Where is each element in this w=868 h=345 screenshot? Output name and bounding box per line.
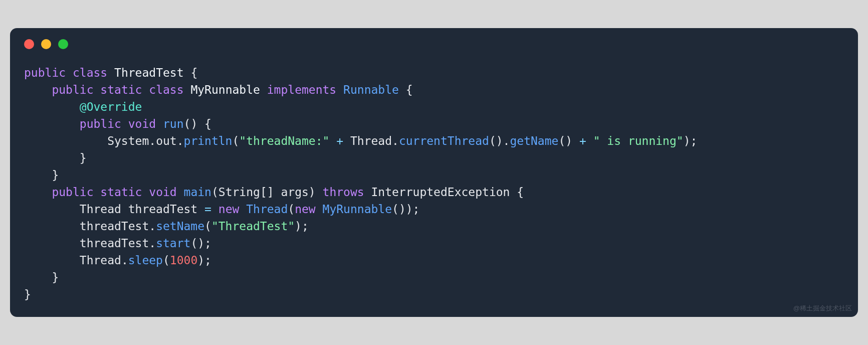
code-token: public bbox=[80, 117, 121, 130]
code-token bbox=[93, 186, 100, 199]
code-token bbox=[24, 220, 80, 233]
code-token: public bbox=[52, 83, 93, 96]
code-token: ); bbox=[295, 220, 309, 233]
code-token: new bbox=[295, 203, 316, 216]
code-token: run bbox=[163, 117, 184, 130]
code-token: out bbox=[156, 134, 177, 147]
code-token: class bbox=[149, 83, 183, 96]
code-window: public class ThreadTest { public static … bbox=[10, 28, 858, 317]
code-token: Thread bbox=[246, 203, 288, 216]
code-token: throws bbox=[323, 186, 364, 199]
code-token: ThreadTest bbox=[114, 66, 183, 79]
code-token bbox=[336, 83, 343, 96]
code-token: System bbox=[107, 134, 149, 147]
code-token: new bbox=[219, 203, 240, 216]
code-token: "threadName:" bbox=[239, 134, 329, 147]
code-token: . bbox=[121, 254, 128, 267]
window-traffic-lights bbox=[24, 39, 844, 49]
code-token bbox=[586, 134, 593, 147]
code-token: = bbox=[204, 203, 211, 216]
code-token: ); bbox=[684, 134, 698, 147]
code-token bbox=[24, 254, 80, 267]
code-token: . bbox=[392, 134, 399, 147]
code-token: (); bbox=[190, 237, 211, 250]
code-token: Thread bbox=[80, 203, 121, 216]
code-token: ( bbox=[163, 254, 170, 267]
code-token: { bbox=[399, 83, 413, 96]
code-token: "ThreadTest" bbox=[211, 220, 295, 233]
code-token bbox=[329, 134, 336, 147]
code-token: ) bbox=[309, 186, 323, 199]
code-token bbox=[316, 203, 323, 216]
code-token: } bbox=[24, 151, 87, 164]
code-token: static bbox=[100, 186, 142, 199]
code-token: ); bbox=[197, 254, 211, 267]
code-token bbox=[107, 66, 114, 79]
code-token: void bbox=[128, 117, 156, 130]
code-token: static bbox=[100, 83, 142, 96]
code-token: . bbox=[149, 220, 156, 233]
code-block: public class ThreadTest { public static … bbox=[24, 64, 844, 303]
code-token: currentThread bbox=[399, 134, 489, 147]
code-token bbox=[177, 186, 184, 199]
code-token: implements bbox=[267, 83, 336, 96]
code-token: Runnable bbox=[343, 83, 399, 96]
code-token: String bbox=[219, 186, 260, 199]
close-icon[interactable] bbox=[24, 39, 34, 49]
code-token: InterruptedException bbox=[371, 186, 510, 199]
code-token: getName bbox=[510, 134, 558, 147]
code-token bbox=[184, 83, 191, 96]
code-token: (). bbox=[489, 134, 510, 147]
code-token: . bbox=[149, 134, 156, 147]
code-token: [] bbox=[260, 186, 281, 199]
code-token: { bbox=[184, 66, 198, 79]
code-token bbox=[343, 134, 350, 147]
code-token: @Override bbox=[80, 100, 142, 113]
code-token bbox=[24, 203, 80, 216]
watermark-text: @稀土掘金技术社区 bbox=[793, 304, 852, 313]
code-token: + bbox=[336, 134, 343, 147]
code-token: . bbox=[149, 237, 156, 250]
code-token bbox=[142, 83, 149, 96]
code-token: () bbox=[558, 134, 579, 147]
code-token: void bbox=[149, 186, 176, 199]
code-token bbox=[24, 83, 52, 96]
zoom-icon[interactable] bbox=[58, 39, 68, 49]
code-token: } bbox=[24, 271, 59, 284]
code-token: args bbox=[281, 186, 308, 199]
code-token bbox=[197, 203, 204, 216]
code-token: class bbox=[73, 66, 107, 79]
code-token bbox=[260, 83, 267, 96]
code-token: + bbox=[579, 134, 586, 147]
code-token: public bbox=[52, 186, 93, 199]
code-token bbox=[142, 186, 149, 199]
code-token: . bbox=[177, 134, 184, 147]
code-token: { bbox=[510, 186, 524, 199]
code-token: threadTest bbox=[128, 203, 197, 216]
code-token: public bbox=[24, 66, 66, 79]
code-token: threadTest bbox=[80, 220, 149, 233]
code-token: Thread bbox=[80, 254, 121, 267]
code-token bbox=[121, 117, 128, 130]
code-token bbox=[239, 203, 246, 216]
code-token: threadTest bbox=[80, 237, 149, 250]
code-token bbox=[156, 117, 163, 130]
minimize-icon[interactable] bbox=[41, 39, 51, 49]
code-token bbox=[24, 186, 52, 199]
code-token: println bbox=[184, 134, 233, 147]
code-token: 1000 bbox=[170, 254, 197, 267]
code-token bbox=[364, 186, 371, 199]
code-token bbox=[211, 203, 219, 216]
code-token: main bbox=[184, 186, 211, 199]
code-token bbox=[24, 134, 107, 147]
code-token: MyRunnable bbox=[323, 203, 392, 216]
code-token: " is running" bbox=[593, 134, 684, 147]
code-token: setName bbox=[156, 220, 204, 233]
code-token: Thread bbox=[350, 134, 392, 147]
code-token bbox=[121, 203, 128, 216]
code-token: } bbox=[24, 168, 59, 182]
code-token: ( bbox=[232, 134, 239, 147]
code-token: () { bbox=[184, 117, 211, 130]
code-token: MyRunnable bbox=[190, 83, 260, 96]
code-token: ( bbox=[204, 220, 211, 233]
